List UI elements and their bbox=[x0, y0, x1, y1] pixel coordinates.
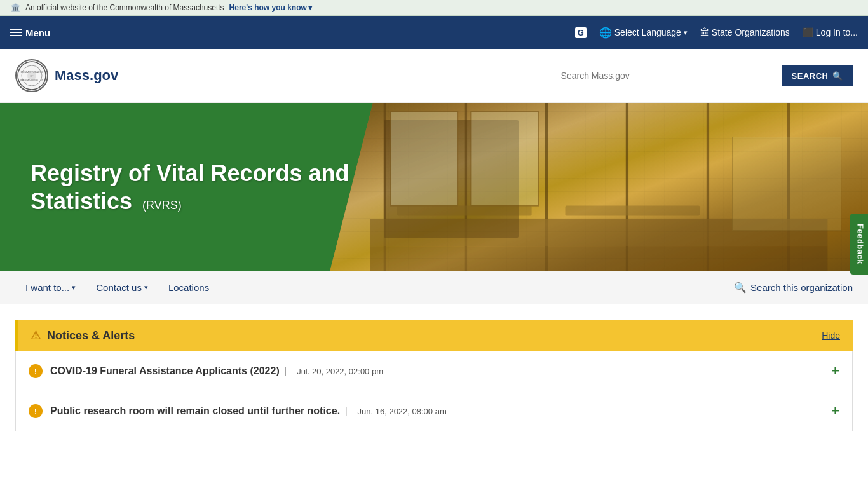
notice-alert-icon-1: ! bbox=[29, 364, 43, 378]
notice-title-2: Public research room will remain closed … bbox=[50, 405, 340, 416]
sub-nav-links: I want to... ▾ Contact us ▾ Locations bbox=[15, 271, 219, 304]
hero-title-text: Registry of Vital Records and Statistics bbox=[31, 160, 349, 214]
hero-section: Registry of Vital Records and Statistics… bbox=[0, 103, 868, 271]
building-icon: 🏛 bbox=[700, 27, 709, 37]
top-banner: 🏛️ An official website of the Commonweal… bbox=[0, 0, 868, 16]
state-orgs-link[interactable]: 🏛 State Organizations bbox=[700, 27, 790, 37]
notice-item-1[interactable]: ! COVID-19 Funeral Assistance Applicants… bbox=[15, 351, 853, 391]
search-org-label: Search this organization bbox=[750, 282, 853, 293]
mass-logo-text: Mass.gov bbox=[55, 67, 118, 84]
hero-acronym: (RVRS) bbox=[142, 199, 182, 212]
locations-label: Locations bbox=[168, 282, 209, 293]
notice-text-2: Public research room will remain closed … bbox=[50, 405, 824, 417]
notice-separator-2: | bbox=[345, 406, 350, 416]
svg-point-5 bbox=[27, 71, 36, 80]
search-area: SEARCH 🔍 bbox=[553, 65, 853, 86]
login-link[interactable]: ⬛ Log In to... bbox=[803, 27, 858, 37]
iwantto-chevron: ▾ bbox=[72, 283, 76, 292]
heres-how-chevron: ▾ bbox=[308, 3, 312, 12]
notices-title-text: Notices & Alerts bbox=[47, 329, 135, 342]
svg-rect-13 bbox=[471, 111, 538, 205]
mass-seal: COMMONWEALTH OF MASSACHUSETTS bbox=[15, 59, 48, 92]
notice-alert-icon-2: ! bbox=[29, 404, 43, 418]
globe-icon: 🌐 bbox=[599, 27, 612, 39]
svg-rect-17 bbox=[566, 206, 700, 216]
google-translate-icon: G bbox=[575, 27, 587, 38]
menu-button[interactable]: Menu bbox=[10, 27, 50, 38]
heres-how-text: Here's how you know bbox=[229, 3, 307, 12]
sub-nav: I want to... ▾ Contact us ▾ Locations 🔍 … bbox=[0, 271, 868, 304]
i-want-to-button[interactable]: I want to... ▾ bbox=[15, 271, 86, 304]
contactus-chevron: ▾ bbox=[144, 283, 148, 292]
heres-how-link[interactable]: Here's how you know ▾ bbox=[229, 3, 312, 12]
notices-header: ⚠ Notices & Alerts Hide bbox=[15, 320, 853, 351]
main-content: ⚠ Notices & Alerts Hide ! COVID-19 Funer… bbox=[0, 304, 868, 447]
select-language-link[interactable]: 🌐 Select Language ▾ bbox=[599, 27, 688, 39]
search-button[interactable]: SEARCH 🔍 bbox=[782, 65, 853, 86]
i-want-to-label: I want to... bbox=[25, 282, 69, 293]
language-chevron: ▾ bbox=[684, 29, 688, 37]
select-language-label: Select Language bbox=[614, 27, 681, 37]
locations-link[interactable]: Locations bbox=[158, 271, 219, 304]
notice-text-1: COVID-19 Funeral Assistance Applicants (… bbox=[50, 365, 824, 377]
notice-item-2[interactable]: ! Public research room will remain close… bbox=[15, 391, 853, 431]
hide-link[interactable]: Hide bbox=[822, 330, 840, 341]
main-nav: Menu G 🌐 Select Language ▾ 🏛 State Organ… bbox=[0, 16, 868, 49]
contact-us-label: Contact us bbox=[96, 282, 142, 293]
svg-rect-15 bbox=[370, 246, 828, 271]
login-icon: ⬛ bbox=[803, 27, 813, 37]
hero-content: Registry of Vital Records and Statistics… bbox=[0, 139, 477, 234]
notice-expand-1[interactable]: + bbox=[831, 363, 839, 379]
notices-section: ⚠ Notices & Alerts Hide ! COVID-19 Funer… bbox=[15, 320, 853, 431]
logo-area[interactable]: COMMONWEALTH OF MASSACHUSETTS Mass.gov bbox=[15, 59, 118, 92]
notice-date-2: Jun. 16, 2022, 08:00 am bbox=[358, 407, 447, 416]
search-org-icon: 🔍 bbox=[734, 281, 747, 294]
search-button-label: SEARCH bbox=[792, 71, 829, 81]
seal-icon: 🏛️ bbox=[10, 3, 20, 13]
contact-us-button[interactable]: Contact us ▾ bbox=[86, 271, 158, 304]
search-button-icon: 🔍 bbox=[832, 71, 843, 81]
hamburger-icon bbox=[10, 29, 22, 36]
hero-title: Registry of Vital Records and Statistics… bbox=[31, 159, 447, 214]
nav-right-area: G 🌐 Select Language ▾ 🏛 State Organizati… bbox=[575, 27, 858, 39]
search-org-button[interactable]: 🔍 Search this organization bbox=[734, 281, 853, 294]
state-orgs-label: State Organizations bbox=[712, 27, 790, 37]
notice-separator-1: | bbox=[285, 366, 290, 376]
search-input[interactable] bbox=[553, 65, 782, 86]
site-header: COMMONWEALTH OF MASSACHUSETTS Mass.gov S… bbox=[0, 49, 868, 103]
menu-label: Menu bbox=[25, 27, 50, 38]
notice-title-1: COVID-19 Funeral Assistance Applicants (… bbox=[50, 365, 280, 376]
feedback-tab[interactable]: Feedback bbox=[851, 214, 868, 274]
official-text: An official website of the Commonwealth … bbox=[25, 3, 224, 12]
notices-title-area: ⚠ Notices & Alerts bbox=[31, 329, 135, 342]
login-label: Log In to... bbox=[816, 27, 858, 37]
warning-triangle-icon: ⚠ bbox=[31, 329, 41, 342]
notice-date-1: Jul. 20, 2022, 02:00 pm bbox=[297, 367, 383, 376]
notice-expand-2[interactable]: + bbox=[831, 403, 839, 419]
